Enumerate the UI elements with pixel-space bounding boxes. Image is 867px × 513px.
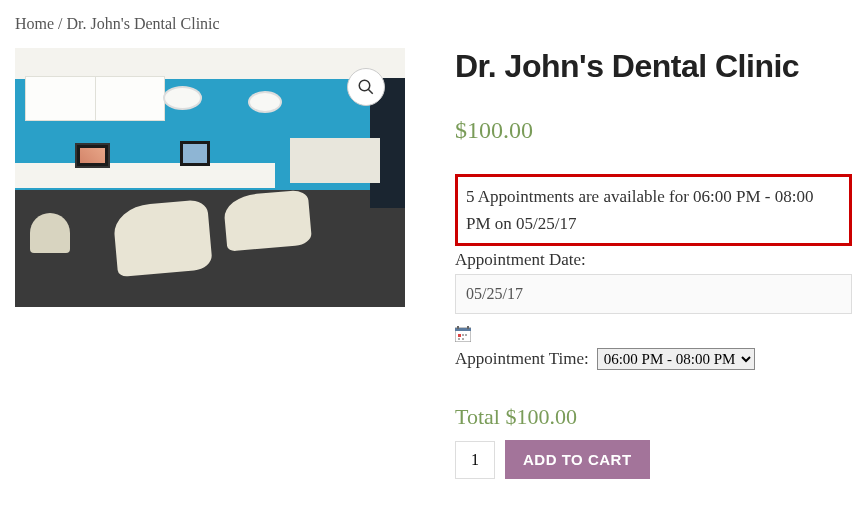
calendar-icon[interactable]	[455, 326, 471, 342]
svg-line-1	[368, 89, 373, 94]
date-label: Appointment Date:	[455, 250, 852, 270]
quantity-input[interactable]	[455, 441, 495, 479]
svg-rect-6	[458, 334, 461, 337]
svg-rect-10	[462, 338, 464, 340]
svg-rect-7	[462, 334, 464, 336]
availability-message: 5 Appointments are available for 06:00 P…	[455, 174, 852, 246]
product-title: Dr. John's Dental Clinic	[455, 48, 852, 85]
svg-point-0	[359, 80, 370, 91]
breadcrumb: Home / Dr. John's Dental Clinic	[15, 15, 852, 33]
product-price: $100.00	[455, 117, 852, 144]
svg-rect-9	[458, 338, 460, 340]
breadcrumb-home[interactable]: Home	[15, 15, 54, 32]
breadcrumb-current: Dr. John's Dental Clinic	[67, 15, 220, 32]
breadcrumb-sep: /	[54, 15, 66, 32]
time-label: Appointment Time:	[455, 349, 589, 369]
svg-rect-5	[467, 326, 469, 329]
add-to-cart-button[interactable]: ADD TO CART	[505, 440, 650, 479]
appointment-time-select[interactable]: 06:00 PM - 08:00 PM	[597, 348, 755, 370]
total-price: Total $100.00	[455, 404, 852, 430]
appointment-date-input[interactable]	[455, 274, 852, 314]
svg-rect-4	[457, 326, 459, 329]
product-gallery	[15, 48, 405, 479]
search-icon	[357, 78, 375, 96]
zoom-button[interactable]	[347, 68, 385, 106]
svg-rect-8	[465, 334, 467, 336]
